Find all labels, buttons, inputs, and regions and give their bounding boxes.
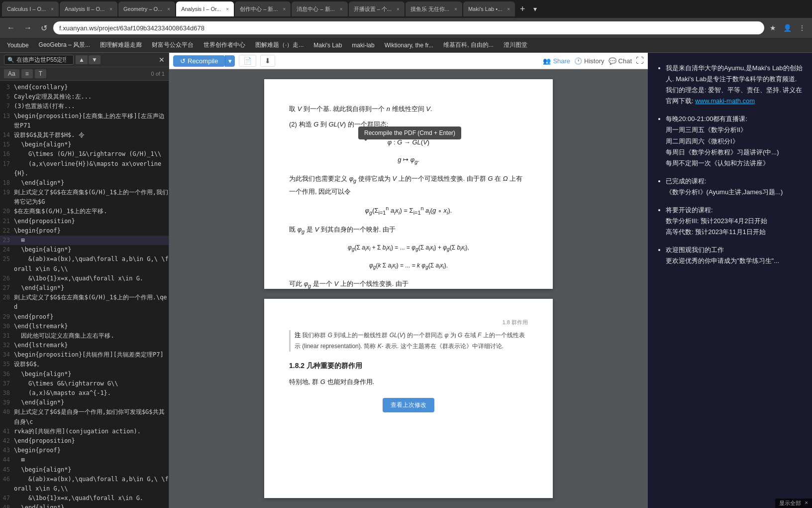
code-line: 45 \begin{align*} [0, 465, 169, 475]
bookmark-wiktionary[interactable]: Wiktionary, the fr... [382, 41, 436, 50]
tab-analysis1[interactable]: Analysis I – Or... × [176, 1, 234, 16]
forward-button[interactable]: → [21, 22, 35, 33]
close-icon[interactable]: × [283, 6, 286, 12]
bookmark-caifuhao[interactable]: 财富号公众平台 [149, 40, 197, 50]
tab-maki[interactable]: Maki's Lab •... × [463, 1, 515, 16]
bookmark-makilab[interactable]: Maki's Lab [310, 41, 345, 50]
info-item-intro: 我是来自清华大学的Ayumu,是Maki's Lab的创始人. Maki's L… [666, 63, 804, 107]
bookmark-wiki[interactable]: 维基百科, 自由的... [440, 40, 497, 50]
code-line: 14设群$G$及其子群$H$. 令 [0, 130, 169, 140]
format-toolbar: Aa ≡ T 0 of 1 [0, 67, 169, 81]
expand-button[interactable]: ⛶ [636, 56, 644, 65]
nav-actions: ★ 👤 ⋮ [767, 23, 808, 33]
code-line: 26 &\1bo{1}x=x,\quad\forall x\in G. [0, 274, 169, 283]
recompile-dropdown-button[interactable]: ▾ [225, 55, 235, 67]
history-icon: 🕐 [574, 57, 582, 65]
close-status-button[interactable]: × [805, 500, 808, 507]
tab-message[interactable]: 消息中心 – 新... × [292, 1, 347, 16]
new-tab-button[interactable]: + [516, 4, 529, 14]
code-line: 5 Cayley定理及其推论:左... [0, 92, 169, 102]
code-line: 29\end{proof} [0, 312, 169, 322]
recompile-tooltip: Recompile the PDF (Cmd + Enter) [358, 127, 461, 139]
view-more-button[interactable]: 查看上次修改 [383, 398, 434, 412]
pdf-page-1: 取 V 到一个基. 就此我自得到一个 n 维线性空间 V. (2) 构造 G 到… [264, 79, 553, 289]
format-align-button[interactable]: ≡ [21, 69, 33, 78]
close-icon[interactable]: × [397, 6, 400, 12]
close-icon[interactable]: × [51, 6, 54, 12]
section-title: 1.8.2 几种重要的群作用 [289, 360, 528, 372]
close-icon[interactable]: × [454, 6, 457, 12]
tab-geometry[interactable]: Geometry – O... × [118, 1, 175, 16]
search-close-button[interactable]: ✕ [159, 56, 165, 64]
search-prev-button[interactable]: ▲ [76, 55, 88, 64]
math-text: 取 V 到一个基. 就此我自得到一个 n 维线性空间 V. [289, 103, 528, 115]
tab-creator[interactable]: 创作中心 – 新... × [235, 1, 291, 16]
bookmark-geogebra[interactable]: GeoGebra – 风景... [36, 40, 93, 50]
tab-calculus[interactable]: Calculus I – O... × [2, 1, 59, 16]
math-formula: φg(k Σ aixi) = ... = k φg(Σ aixi). [289, 260, 528, 272]
page-number: 1.8 群作用 [289, 319, 528, 326]
code-line: 31 因此他可以定义左商集上左右平移. [0, 331, 169, 341]
format-text-button[interactable]: Aa [4, 69, 19, 78]
format-style-button[interactable]: T [35, 69, 46, 78]
code-line: 37 G\times G&\rightarrow G\\ [0, 379, 169, 388]
search-icon: 🔍 [7, 57, 14, 63]
note-text: 注 我们称群 G 到域上的一般线性群 GL(V) 的一个群同态 φ 为 G 在域… [289, 330, 528, 352]
chat-button[interactable]: 💬 Chat [609, 57, 632, 65]
code-line: 46 &(ab)x=a(bx),\quad\forall a,b\in G,\ … [0, 475, 169, 494]
back-button[interactable]: ← [4, 22, 18, 33]
code-line: 44 ⊞ [0, 455, 169, 465]
pdf-page-2: 1.8 群作用 注 我们称群 G 到域上的一般线性群 GL(V) 的一个群同态 … [264, 299, 553, 498]
sidebar-info-panel: 我是来自清华大学的Ayumu,是Maki's Lab的创始人. Maki's L… [648, 53, 812, 508]
account-button[interactable]: 👤 [781, 23, 794, 33]
code-line: 22\begin{proof} [0, 226, 169, 236]
tab-label: Analysis I – Or... [181, 6, 221, 12]
close-icon[interactable]: × [340, 6, 343, 12]
tab-overflow-button[interactable]: ▾ [530, 5, 540, 13]
share-button[interactable]: 👥 Share [543, 57, 570, 65]
math-text: 可此 φg 是一个 V 上的一个线性变换. 由于 [289, 278, 528, 291]
bookmark-chengchuan[interactable]: 澄川图堂 [501, 40, 530, 50]
recompile-button[interactable]: ↺ Recompile [173, 55, 225, 67]
share-icon: 👥 [543, 57, 551, 65]
bookmark-creator[interactable]: 世界创作者中心 [201, 40, 248, 50]
tab-broadcast[interactable]: 开播设置 – 个... × [349, 1, 405, 16]
search-next-button[interactable]: ▼ [89, 55, 101, 64]
bookmarks-bar: Youtube GeoGebra – 风景... 图理解难题走廊 财富号公众平台… [0, 38, 812, 53]
close-icon[interactable]: × [109, 6, 112, 12]
latex-code-editor[interactable]: 3 \end{corollary} 5 Cayley定理及其推论:左... 7 … [0, 81, 169, 508]
tab-label: 创作中心 – 新... [240, 5, 278, 13]
refresh-button[interactable]: ↺ [38, 22, 50, 34]
url-text: f.xuanyan.ws/project/63af109b34233400863… [59, 24, 204, 32]
code-line: 19则上式定义了$G$在左商集$(G/H)_1$上的一个作用,我们将它记为$G [0, 188, 169, 207]
address-bar[interactable]: f.xuanyan.ws/project/63af109b34233400863… [53, 21, 764, 34]
code-line: 30\end{lstremark} [0, 322, 169, 331]
pdf-save-button[interactable]: ⬇ [260, 55, 275, 67]
bookmark-youtube[interactable]: Youtube [4, 41, 32, 50]
website-link[interactable]: www.maki-math.com [695, 97, 755, 105]
tab-moyu[interactable]: 摸鱼乐 无任你... × [406, 1, 462, 16]
code-line: 39 \end{align*} [0, 398, 169, 407]
editor-search-box[interactable]: 🔍 [4, 55, 74, 65]
math-text: 为此我们也需要定义 φg 使得它成为 V 上的一个可逆线性变换. 由于群 G 在… [289, 173, 528, 197]
tab-analysis2[interactable]: Analysis II – O... × [60, 1, 117, 16]
code-line: 15 \begin{align*} [0, 140, 169, 149]
tab-label: Analysis II – O... [65, 6, 104, 12]
pdf-download-button[interactable]: 📄 [239, 55, 256, 67]
show-all-text[interactable]: 显示全部 [779, 500, 801, 507]
code-line: 28则上式定义了$G$在左商集$(G/H)_1$上的一个作用.\qed [0, 293, 169, 312]
menu-button[interactable]: ⋮ [796, 23, 808, 33]
bookmark-makilab2[interactable]: maki-lab [349, 41, 377, 50]
code-line: 20$在左商集$(G/H)_1$上的左平移. [0, 207, 169, 216]
close-icon[interactable]: × [507, 6, 510, 12]
search-input[interactable] [16, 56, 66, 63]
history-button[interactable]: 🕐 History [574, 57, 604, 65]
close-icon[interactable]: × [167, 6, 170, 12]
history-label: History [584, 57, 604, 65]
code-line: 38 (a,x)&\mapsto axa^{-1}. [0, 388, 169, 398]
bookmark-nanti[interactable]: 图解难题（·）走... [252, 40, 306, 50]
bookmark-button[interactable]: ★ [767, 23, 779, 33]
close-icon[interactable]: × [226, 6, 229, 12]
code-line: 48 \end{align*} [0, 503, 169, 508]
bookmark-tulijie[interactable]: 图理解难题走廊 [97, 40, 145, 50]
